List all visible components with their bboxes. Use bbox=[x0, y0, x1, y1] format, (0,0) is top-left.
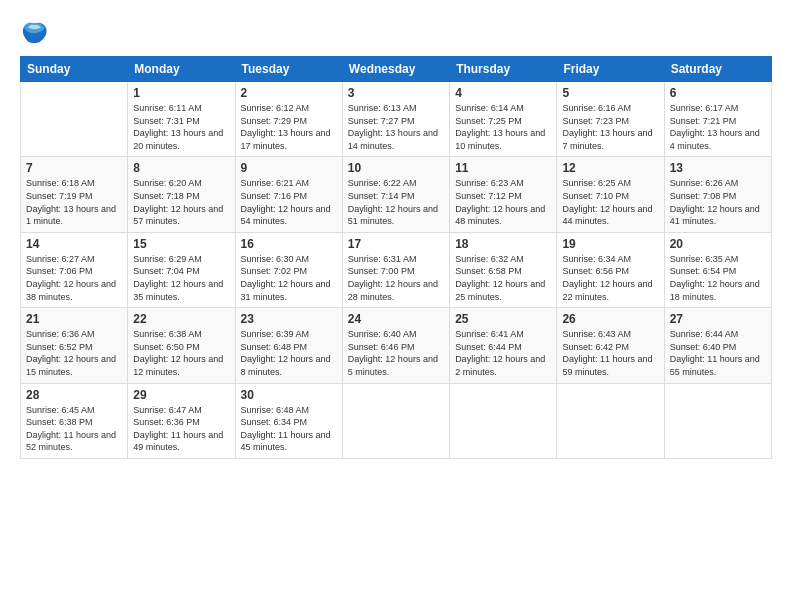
day-number: 19 bbox=[562, 237, 658, 251]
calendar-cell: 11 Sunrise: 6:23 AMSunset: 7:12 PMDaylig… bbox=[450, 157, 557, 232]
day-info: Sunrise: 6:48 AMSunset: 6:34 PMDaylight:… bbox=[241, 404, 337, 454]
calendar-cell: 3 Sunrise: 6:13 AMSunset: 7:27 PMDayligh… bbox=[342, 82, 449, 157]
day-number: 1 bbox=[133, 86, 229, 100]
day-info: Sunrise: 6:12 AMSunset: 7:29 PMDaylight:… bbox=[241, 102, 337, 152]
calendar-cell: 30 Sunrise: 6:48 AMSunset: 6:34 PMDaylig… bbox=[235, 383, 342, 458]
calendar-cell: 7 Sunrise: 6:18 AMSunset: 7:19 PMDayligh… bbox=[21, 157, 128, 232]
day-number: 27 bbox=[670, 312, 766, 326]
calendar-cell: 29 Sunrise: 6:47 AMSunset: 6:36 PMDaylig… bbox=[128, 383, 235, 458]
day-info: Sunrise: 6:17 AMSunset: 7:21 PMDaylight:… bbox=[670, 102, 766, 152]
calendar-cell bbox=[450, 383, 557, 458]
calendar-cell bbox=[342, 383, 449, 458]
day-info: Sunrise: 6:43 AMSunset: 6:42 PMDaylight:… bbox=[562, 328, 658, 378]
day-number: 5 bbox=[562, 86, 658, 100]
day-info: Sunrise: 6:39 AMSunset: 6:48 PMDaylight:… bbox=[241, 328, 337, 378]
day-info: Sunrise: 6:40 AMSunset: 6:46 PMDaylight:… bbox=[348, 328, 444, 378]
calendar-header-saturday: Saturday bbox=[664, 57, 771, 82]
day-number: 30 bbox=[241, 388, 337, 402]
calendar-cell bbox=[664, 383, 771, 458]
day-info: Sunrise: 6:26 AMSunset: 7:08 PMDaylight:… bbox=[670, 177, 766, 227]
day-number: 7 bbox=[26, 161, 122, 175]
day-number: 10 bbox=[348, 161, 444, 175]
calendar-cell: 9 Sunrise: 6:21 AMSunset: 7:16 PMDayligh… bbox=[235, 157, 342, 232]
calendar-header-wednesday: Wednesday bbox=[342, 57, 449, 82]
day-info: Sunrise: 6:47 AMSunset: 6:36 PMDaylight:… bbox=[133, 404, 229, 454]
calendar-cell: 28 Sunrise: 6:45 AMSunset: 6:38 PMDaylig… bbox=[21, 383, 128, 458]
day-info: Sunrise: 6:25 AMSunset: 7:10 PMDaylight:… bbox=[562, 177, 658, 227]
calendar-cell: 20 Sunrise: 6:35 AMSunset: 6:54 PMDaylig… bbox=[664, 232, 771, 307]
calendar-week-row: 21 Sunrise: 6:36 AMSunset: 6:52 PMDaylig… bbox=[21, 308, 772, 383]
day-number: 16 bbox=[241, 237, 337, 251]
calendar-cell: 16 Sunrise: 6:30 AMSunset: 7:02 PMDaylig… bbox=[235, 232, 342, 307]
calendar-week-row: 7 Sunrise: 6:18 AMSunset: 7:19 PMDayligh… bbox=[21, 157, 772, 232]
calendar-header-monday: Monday bbox=[128, 57, 235, 82]
day-info: Sunrise: 6:41 AMSunset: 6:44 PMDaylight:… bbox=[455, 328, 551, 378]
day-number: 9 bbox=[241, 161, 337, 175]
day-number: 17 bbox=[348, 237, 444, 251]
day-number: 6 bbox=[670, 86, 766, 100]
day-info: Sunrise: 6:29 AMSunset: 7:04 PMDaylight:… bbox=[133, 253, 229, 303]
calendar-table: SundayMondayTuesdayWednesdayThursdayFrid… bbox=[20, 56, 772, 459]
day-number: 3 bbox=[348, 86, 444, 100]
day-number: 20 bbox=[670, 237, 766, 251]
calendar-cell: 23 Sunrise: 6:39 AMSunset: 6:48 PMDaylig… bbox=[235, 308, 342, 383]
day-number: 29 bbox=[133, 388, 229, 402]
calendar-cell: 15 Sunrise: 6:29 AMSunset: 7:04 PMDaylig… bbox=[128, 232, 235, 307]
day-info: Sunrise: 6:18 AMSunset: 7:19 PMDaylight:… bbox=[26, 177, 122, 227]
calendar-cell: 26 Sunrise: 6:43 AMSunset: 6:42 PMDaylig… bbox=[557, 308, 664, 383]
calendar-header-tuesday: Tuesday bbox=[235, 57, 342, 82]
day-number: 14 bbox=[26, 237, 122, 251]
calendar-cell: 13 Sunrise: 6:26 AMSunset: 7:08 PMDaylig… bbox=[664, 157, 771, 232]
calendar-cell: 2 Sunrise: 6:12 AMSunset: 7:29 PMDayligh… bbox=[235, 82, 342, 157]
calendar-header-sunday: Sunday bbox=[21, 57, 128, 82]
day-info: Sunrise: 6:14 AMSunset: 7:25 PMDaylight:… bbox=[455, 102, 551, 152]
day-info: Sunrise: 6:38 AMSunset: 6:50 PMDaylight:… bbox=[133, 328, 229, 378]
calendar-cell: 8 Sunrise: 6:20 AMSunset: 7:18 PMDayligh… bbox=[128, 157, 235, 232]
day-number: 26 bbox=[562, 312, 658, 326]
day-info: Sunrise: 6:36 AMSunset: 6:52 PMDaylight:… bbox=[26, 328, 122, 378]
day-number: 22 bbox=[133, 312, 229, 326]
day-info: Sunrise: 6:45 AMSunset: 6:38 PMDaylight:… bbox=[26, 404, 122, 454]
logo bbox=[20, 18, 54, 46]
day-number: 28 bbox=[26, 388, 122, 402]
calendar-cell: 22 Sunrise: 6:38 AMSunset: 6:50 PMDaylig… bbox=[128, 308, 235, 383]
day-number: 23 bbox=[241, 312, 337, 326]
day-info: Sunrise: 6:21 AMSunset: 7:16 PMDaylight:… bbox=[241, 177, 337, 227]
calendar-cell: 24 Sunrise: 6:40 AMSunset: 6:46 PMDaylig… bbox=[342, 308, 449, 383]
logo-icon bbox=[20, 18, 48, 46]
day-info: Sunrise: 6:22 AMSunset: 7:14 PMDaylight:… bbox=[348, 177, 444, 227]
calendar-cell: 10 Sunrise: 6:22 AMSunset: 7:14 PMDaylig… bbox=[342, 157, 449, 232]
day-number: 13 bbox=[670, 161, 766, 175]
day-number: 4 bbox=[455, 86, 551, 100]
day-info: Sunrise: 6:27 AMSunset: 7:06 PMDaylight:… bbox=[26, 253, 122, 303]
day-number: 11 bbox=[455, 161, 551, 175]
day-info: Sunrise: 6:16 AMSunset: 7:23 PMDaylight:… bbox=[562, 102, 658, 152]
calendar-week-row: 28 Sunrise: 6:45 AMSunset: 6:38 PMDaylig… bbox=[21, 383, 772, 458]
day-number: 25 bbox=[455, 312, 551, 326]
calendar-cell: 25 Sunrise: 6:41 AMSunset: 6:44 PMDaylig… bbox=[450, 308, 557, 383]
calendar-cell: 19 Sunrise: 6:34 AMSunset: 6:56 PMDaylig… bbox=[557, 232, 664, 307]
calendar-header-row: SundayMondayTuesdayWednesdayThursdayFrid… bbox=[21, 57, 772, 82]
day-info: Sunrise: 6:11 AMSunset: 7:31 PMDaylight:… bbox=[133, 102, 229, 152]
day-number: 15 bbox=[133, 237, 229, 251]
calendar-cell: 12 Sunrise: 6:25 AMSunset: 7:10 PMDaylig… bbox=[557, 157, 664, 232]
day-number: 18 bbox=[455, 237, 551, 251]
header bbox=[20, 18, 772, 46]
day-number: 21 bbox=[26, 312, 122, 326]
calendar-cell: 21 Sunrise: 6:36 AMSunset: 6:52 PMDaylig… bbox=[21, 308, 128, 383]
day-info: Sunrise: 6:44 AMSunset: 6:40 PMDaylight:… bbox=[670, 328, 766, 378]
calendar-cell bbox=[557, 383, 664, 458]
calendar-cell: 17 Sunrise: 6:31 AMSunset: 7:00 PMDaylig… bbox=[342, 232, 449, 307]
calendar-header-friday: Friday bbox=[557, 57, 664, 82]
page: SundayMondayTuesdayWednesdayThursdayFrid… bbox=[0, 0, 792, 612]
calendar-cell: 6 Sunrise: 6:17 AMSunset: 7:21 PMDayligh… bbox=[664, 82, 771, 157]
day-info: Sunrise: 6:34 AMSunset: 6:56 PMDaylight:… bbox=[562, 253, 658, 303]
calendar-cell: 14 Sunrise: 6:27 AMSunset: 7:06 PMDaylig… bbox=[21, 232, 128, 307]
day-number: 24 bbox=[348, 312, 444, 326]
day-number: 2 bbox=[241, 86, 337, 100]
day-info: Sunrise: 6:30 AMSunset: 7:02 PMDaylight:… bbox=[241, 253, 337, 303]
calendar-week-row: 1 Sunrise: 6:11 AMSunset: 7:31 PMDayligh… bbox=[21, 82, 772, 157]
day-number: 8 bbox=[133, 161, 229, 175]
calendar-week-row: 14 Sunrise: 6:27 AMSunset: 7:06 PMDaylig… bbox=[21, 232, 772, 307]
day-info: Sunrise: 6:23 AMSunset: 7:12 PMDaylight:… bbox=[455, 177, 551, 227]
